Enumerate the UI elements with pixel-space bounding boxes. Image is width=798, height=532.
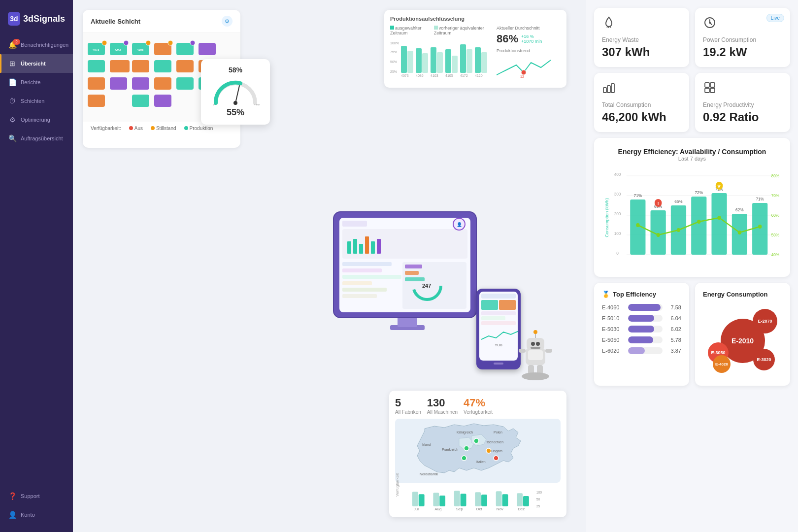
svg-rect-13 bbox=[154, 77, 171, 90]
svg-text:25%: 25% bbox=[390, 70, 397, 73]
energy-waste-label: Energy Waste bbox=[602, 36, 681, 43]
sidebar-item-label: Benachrichtigungen bbox=[21, 42, 68, 48]
schicht-section: Aktuelle Schicht ⚙ bbox=[83, 10, 240, 522]
svg-point-28 bbox=[190, 40, 195, 45]
svg-point-59 bbox=[494, 456, 499, 461]
svg-text:4120: 4120 bbox=[475, 74, 483, 77]
svg-text:4086: 4086 bbox=[416, 74, 424, 77]
grid-icon: ⊞ bbox=[8, 59, 17, 68]
efficiency-bar-e6020: E-6020 3.87 bbox=[602, 347, 681, 354]
total-value: 46,200 kWh bbox=[602, 110, 681, 124]
svg-rect-80 bbox=[517, 493, 523, 506]
factories-count: 5 bbox=[395, 397, 421, 409]
svg-rect-45 bbox=[460, 44, 466, 73]
svg-rect-112 bbox=[405, 265, 422, 268]
bubble-chart: E-2010 E-2070 E-3020 E-3050 E-4020 bbox=[703, 304, 782, 378]
svg-rect-136 bbox=[607, 86, 610, 93]
sidebar-item-konto[interactable]: 👤 Konto bbox=[0, 505, 73, 524]
svg-rect-122 bbox=[531, 347, 540, 349]
svg-text:25: 25 bbox=[536, 504, 540, 508]
svg-rect-73 bbox=[439, 496, 445, 506]
svg-rect-105 bbox=[342, 275, 401, 279]
gauge-svg: 0 100 bbox=[211, 76, 260, 105]
sidebar-item-optimierung[interactable]: ⚙ Optimierung bbox=[0, 110, 73, 129]
svg-text:12: 12 bbox=[520, 75, 524, 78]
schicht-action-icon[interactable]: ⚙ bbox=[222, 16, 233, 27]
schicht-title: Aktuelle Schicht bbox=[91, 18, 140, 25]
sidebar-item-auftrags[interactable]: 🔍 Auftragsübersicht bbox=[0, 129, 73, 148]
map-stats: 5 All Fabriken 130 All Maschinen 47% Ver… bbox=[395, 397, 561, 415]
sidebar-item-schichten[interactable]: ⏱ Schichten bbox=[0, 92, 73, 110]
svg-text:60%: 60% bbox=[771, 213, 780, 218]
factories-label: All Fabriken bbox=[395, 409, 421, 415]
svg-rect-5 bbox=[110, 60, 130, 72]
svg-rect-137 bbox=[611, 84, 614, 93]
robot-svg bbox=[516, 323, 555, 382]
svg-point-27 bbox=[168, 40, 173, 45]
timer-icon: ⏱ bbox=[8, 97, 17, 105]
device-illustration: 247 👤 bbox=[314, 182, 511, 379]
svg-point-55 bbox=[521, 70, 526, 75]
avail-chart-svg: Jul Aug Sep Okt Nov Dez 100 50 25 bbox=[410, 487, 561, 511]
svg-rect-113 bbox=[405, 271, 419, 275]
svg-rect-138 bbox=[705, 83, 709, 87]
svg-rect-118 bbox=[528, 350, 543, 360]
efficiency-subtitle: Last 7 days bbox=[604, 156, 780, 162]
svg-text:!: ! bbox=[658, 201, 659, 206]
bar-fill bbox=[628, 326, 654, 332]
svg-rect-74 bbox=[454, 491, 460, 506]
map-card: 5 All Fabriken 130 All Maschinen 47% Ver… bbox=[389, 391, 566, 517]
svg-text:4105: 4105 bbox=[445, 74, 453, 77]
metric-cards-grid: Energy Waste 307 kWh Live Power Consumpt… bbox=[594, 8, 790, 132]
gear-icon: ⚙ bbox=[8, 115, 17, 124]
svg-text:80%: 80% bbox=[771, 173, 780, 178]
energy-consumption-title: Energy Consumption bbox=[703, 291, 782, 298]
svg-rect-44 bbox=[452, 56, 458, 73]
svg-text:4103: 4103 bbox=[431, 74, 438, 77]
svg-rect-103 bbox=[342, 262, 392, 266]
svg-text:50: 50 bbox=[536, 498, 540, 501]
machines-count: 130 bbox=[427, 397, 458, 409]
legend-aus: Aus bbox=[129, 126, 143, 131]
help-icon: ❓ bbox=[8, 492, 17, 500]
efficiency-bar-e5010: E-5010 6.04 bbox=[602, 315, 681, 322]
svg-rect-42 bbox=[437, 52, 443, 73]
metric-card-power: Live Power Consumption 19.2 kW bbox=[695, 8, 790, 67]
svg-text:Okt: Okt bbox=[476, 507, 482, 511]
productivity-label: Energy Productivity bbox=[703, 101, 782, 108]
gauge-value: 55% bbox=[210, 107, 261, 118]
svg-rect-43 bbox=[445, 49, 451, 73]
machines-label: All Maschinen bbox=[427, 409, 458, 415]
svg-point-58 bbox=[486, 448, 491, 453]
sidebar-item-benachrichtigungen[interactable]: 🔔 Benachrichtigungen 2 bbox=[0, 35, 73, 54]
svg-rect-141 bbox=[710, 88, 715, 93]
svg-rect-108 bbox=[342, 294, 377, 298]
energy-consumption-label: Energy Consumption bbox=[703, 291, 767, 298]
sidebar-item-berichte[interactable]: 📄 Berichte bbox=[0, 73, 73, 92]
svg-rect-10 bbox=[132, 95, 149, 107]
illustration-area: Produktionsaufschlüsselung ausgewählter … bbox=[248, 10, 576, 522]
svg-text:★: ★ bbox=[717, 184, 722, 189]
svg-rect-77 bbox=[481, 495, 487, 506]
svg-rect-78 bbox=[496, 491, 502, 506]
bar-fill bbox=[628, 315, 654, 322]
sidebar-item-label: Optimierung bbox=[21, 117, 50, 123]
svg-text:0: 0 bbox=[616, 251, 619, 256]
svg-text:40%: 40% bbox=[771, 252, 780, 257]
svg-rect-106 bbox=[342, 281, 372, 285]
availability-value: 47% bbox=[464, 397, 493, 409]
svg-rect-9 bbox=[132, 77, 149, 90]
svg-rect-14 bbox=[154, 95, 171, 107]
svg-text:Dez: Dez bbox=[518, 507, 525, 511]
sidebar-item-support[interactable]: ❓ Support bbox=[0, 487, 73, 505]
svg-rect-81 bbox=[523, 496, 529, 506]
svg-text:Nordatlantik: Nordatlantik bbox=[420, 472, 438, 476]
sidebar-item-label: Konto bbox=[21, 512, 35, 518]
svg-rect-70 bbox=[412, 492, 418, 506]
right-panel: Energy Waste 307 kWh Live Power Consumpt… bbox=[586, 0, 798, 532]
svg-rect-48 bbox=[481, 52, 487, 73]
sidebar-item-ubersicht[interactable]: ⊞ Übersicht bbox=[0, 54, 73, 73]
svg-text:71%: 71% bbox=[634, 193, 642, 198]
svg-text:100%: 100% bbox=[390, 41, 399, 45]
avg-value: 86% bbox=[497, 33, 518, 45]
